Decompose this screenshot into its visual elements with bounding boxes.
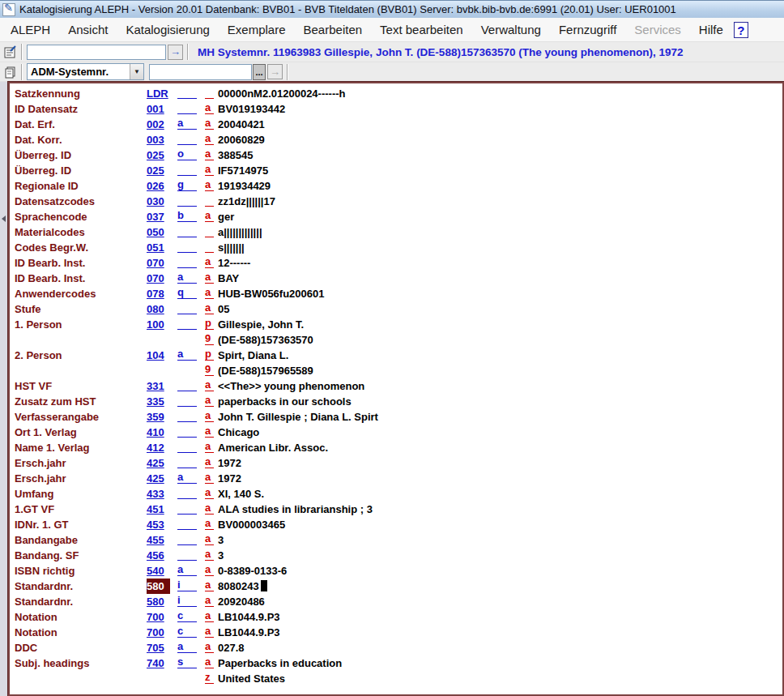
subfield-code[interactable]: p [205,317,214,330]
record-go-button[interactable]: → [168,45,183,60]
record-row[interactable]: Zusatz zum HST335apaperbacks in our scho… [10,394,782,409]
record-row[interactable]: Verfasserangabe359aJohn T. Gillespie ; D… [10,409,782,425]
marc-record-panel[interactable]: SatzkennungLDR00000nM2.01200024------h I… [8,82,784,696]
subfield-code[interactable]: a [205,147,214,160]
field-indicator[interactable] [177,224,197,237]
subfield-code[interactable]: a [205,579,214,591]
field-value[interactable]: ALA studies in librarianship ; 3 [218,503,373,515]
field-value[interactable]: 3 [218,534,224,546]
record-row[interactable]: 9(DE-588)157363570 [10,332,782,348]
record-row[interactable]: Materialcodes050a||||||||||||| [10,224,782,240]
subfield-code[interactable]: a [205,117,214,130]
record-row[interactable]: 1.GT VF451aALA studies in librarianship … [10,502,782,517]
field-indicator[interactable]: c [177,625,197,638]
field-indicator[interactable] [177,409,197,422]
record-row[interactable]: Notation700caLB1044.9.P3 [10,609,782,625]
field-tag[interactable]: 078 [147,286,170,301]
field-tag[interactable]: 453 [147,517,170,532]
subfield-code[interactable]: z [205,671,214,684]
field-indicator[interactable] [177,317,197,330]
record-row[interactable]: SatzkennungLDR00000nM2.01200024------h [10,86,782,101]
collapse-left-icon[interactable] [2,216,6,222]
field-value[interactable]: XI, 140 S. [218,488,264,500]
field-tag[interactable]: 451 [147,502,170,517]
record-row[interactable]: Standardnr.580ia20920486 [10,594,782,609]
field-value[interactable]: HUB-BW056fu200601 [218,288,325,300]
field-tag[interactable]: 050 [147,224,170,240]
field-indicator[interactable] [177,378,197,391]
field-tag[interactable]: 740 [147,655,170,671]
subfield-code[interactable]: a [205,471,214,484]
field-tag[interactable]: 700 [147,625,170,640]
field-value[interactable]: s||||||| [218,241,245,254]
subfield-code[interactable]: a [205,548,214,561]
subfield-code[interactable]: a [205,455,214,468]
field-tag[interactable]: 003 [147,132,170,147]
field-indicator[interactable] [177,394,197,407]
subfield-code[interactable]: a [205,163,214,176]
field-value[interactable]: 12------ [218,257,250,269]
field-tag[interactable]: 080 [147,301,170,317]
field-tag[interactable]: 425 [147,455,170,471]
context-help-icon[interactable]: ? [734,22,748,38]
subfield-code[interactable]: a [205,409,214,422]
field-value[interactable]: Paperbacks in education [218,657,342,669]
field-indicator[interactable]: a [177,563,197,576]
field-indicator[interactable] [177,240,197,253]
menu-item-katalogisierung[interactable]: Katalogisierung [117,19,218,40]
field-value[interactable]: Spirt, Diana L. [218,349,288,361]
field-value[interactable]: 00000nM2.01200024------h [218,88,346,100]
field-tag[interactable]: 002 [147,117,170,132]
subfield-code[interactable]: a [205,440,214,453]
field-tag[interactable]: 580 [147,579,170,594]
field-value[interactable]: (DE-588)157363570 [218,334,313,346]
field-indicator[interactable]: q [177,286,197,299]
field-tag[interactable]: 580 [147,594,170,609]
field-value[interactable]: American Libr. Assoc. [218,442,328,454]
field-value[interactable]: 20040421 [218,118,265,130]
record-row[interactable]: ID Bearb. Inst.070aaBAY [10,271,782,286]
subfield-code[interactable]: a [205,594,214,607]
menu-item-verwaltung[interactable]: Verwaltung [472,19,550,40]
record-row[interactable]: Standardnr.580ia8080243 [10,579,782,594]
subfield-code[interactable]: a [205,286,214,299]
field-indicator[interactable] [177,548,197,561]
field-indicator[interactable] [177,194,197,207]
field-tag[interactable]: 026 [147,178,170,194]
field-tag[interactable]: 025 [147,163,170,178]
field-value[interactable]: BV019193442 [218,103,285,115]
record-row[interactable]: ISBN richtig540aa0-8389-0133-6 [10,563,782,579]
field-indicator[interactable] [177,532,197,545]
field-indicator[interactable]: a [177,471,197,484]
field-indicator[interactable] [177,455,197,468]
record-row[interactable]: Notation700caLB1044.9.P3 [10,625,782,640]
menu-item-text-bearbeiten[interactable]: Text bearbeiten [371,19,472,40]
record-row[interactable]: Überreg. ID025aIF5714975 [10,163,782,178]
menu-item-exemplare[interactable]: Exemplare [219,19,295,40]
field-value[interactable]: 191934429 [218,180,271,192]
record-row[interactable]: Ort 1. Verlag410aChicago [10,425,782,440]
record-row[interactable]: ID Datensatz001aBV019193442 [10,101,782,117]
record-row[interactable]: 1. Person100pGillespie, John T. [10,317,782,332]
field-indicator[interactable]: g [177,178,197,191]
record-row[interactable]: zUnited States [10,671,782,686]
field-indicator[interactable] [177,517,197,530]
record-row[interactable]: Dat. Korr.003a20060829 [10,132,782,147]
subfield-code[interactable]: a [205,132,214,145]
field-value[interactable]: LB1044.9.P3 [218,626,280,638]
field-tag[interactable]: 001 [147,101,170,117]
field-tag[interactable]: 425 [147,471,170,486]
field-indicator[interactable] [177,671,197,684]
menu-item-bearbeiten[interactable]: Bearbeiten [295,19,372,40]
subfield-code[interactable]: a [205,271,214,284]
field-value[interactable]: Gillespie, John T. [218,318,304,331]
field-tag[interactable]: 051 [147,240,170,255]
field-tag[interactable]: 705 [147,640,170,655]
field-value[interactable]: <<The>> young phenomenon [218,380,364,392]
subfield-code[interactable]: a [205,301,214,314]
record-row[interactable]: Ersch.jahr425aa1972 [10,471,782,486]
field-tag[interactable]: 700 [147,609,170,625]
record-row[interactable]: Anwendercodes078qaHUB-BW056fu200601 [10,286,782,301]
subfield-code[interactable]: a [205,532,214,545]
field-indicator[interactable]: i [177,594,197,607]
